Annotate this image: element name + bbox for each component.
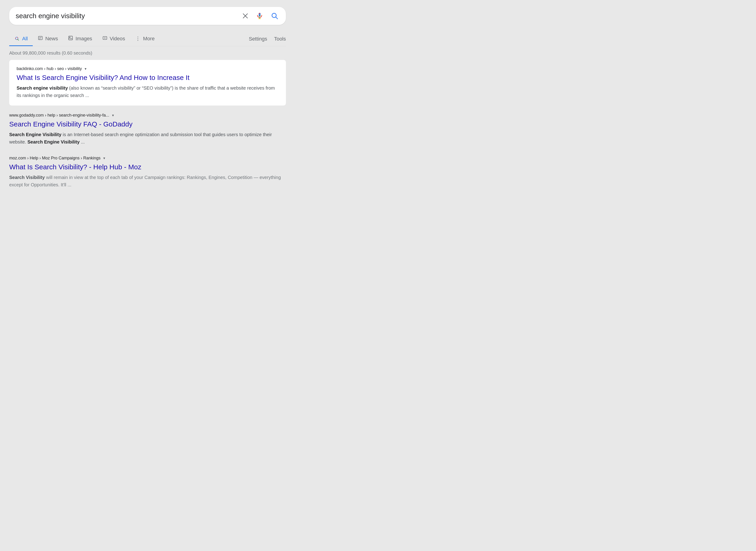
tab-news-label: News [45,36,58,42]
clear-icon [242,13,249,19]
result-item-3: moz.com › Help › Moz Pro Campaigns › Ran… [9,151,286,193]
microphone-icon [256,12,263,20]
settings-link[interactable]: Settings [249,36,267,42]
result-url-3: moz.com › Help › Moz Pro Campaigns › Ran… [9,156,286,160]
result-title-2[interactable]: Search Engine Visibility FAQ - GoDaddy [9,119,286,128]
tab-more-label: More [143,36,155,42]
all-tab-icon [14,36,20,41]
tab-images[interactable]: Images [63,32,97,46]
result-title-3[interactable]: What Is Search Visibility? - Help Hub - … [9,162,286,171]
more-tab-icon: ⋮ [135,36,141,42]
result-card-1: backlinko.com › hub › seo › visibility ▾… [9,60,286,105]
tools-link[interactable]: Tools [274,36,286,42]
url-dropdown-icon-3[interactable]: ▾ [103,156,105,160]
url-dropdown-icon-1[interactable]: ▾ [85,67,86,71]
svg-marker-19 [104,37,106,39]
svg-point-17 [69,37,70,38]
search-button[interactable] [270,11,279,21]
news-tab-icon [38,35,43,42]
svg-line-11 [18,39,19,41]
tab-all[interactable]: All [9,32,33,46]
tab-all-label: All [22,36,28,42]
svg-line-7 [276,17,278,19]
tab-images-label: Images [75,36,92,42]
tab-more[interactable]: ⋮ More [130,32,160,46]
result-item-2: www.godaddy.com › help › search-engine-v… [9,108,286,151]
search-icon [271,12,278,20]
images-tab-icon [68,35,73,42]
results-count: About 99,800,000 results (0.60 seconds) [9,50,286,56]
nav-tabs: All News Images [9,32,286,46]
tab-videos-label: Videos [110,36,125,42]
svg-rect-5 [259,13,261,17]
microphone-button[interactable] [255,11,264,20]
result-desc-2: Search Engine Visibility is an Internet-… [9,131,286,145]
result-title-1[interactable]: What Is Search Engine Visibility? And Ho… [17,73,278,82]
search-bar [9,7,286,25]
search-input[interactable] [16,12,241,20]
tab-news[interactable]: News [33,32,63,46]
clear-button[interactable] [241,12,249,20]
nav-right: Settings Tools [249,36,286,42]
result-url-1: backlinko.com › hub › seo › visibility ▾ [17,66,278,71]
result-url-2: www.godaddy.com › help › search-engine-v… [9,113,286,118]
result-desc-3: Search Visibility will remain in view at… [9,174,286,188]
videos-tab-icon [102,35,107,42]
result-desc-1: Search engine visibility (also known as … [17,84,278,99]
url-dropdown-icon-2[interactable]: ▾ [112,113,114,117]
svg-rect-16 [69,36,73,40]
tab-videos[interactable]: Videos [97,32,130,46]
